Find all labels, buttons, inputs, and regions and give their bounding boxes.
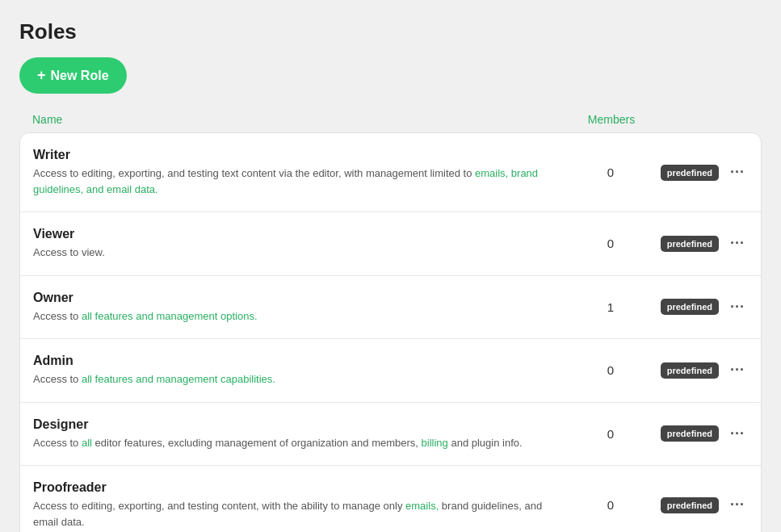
table-row: ViewerAccess to view.0predefined··· (20, 212, 761, 276)
members-count: 1 (570, 300, 651, 314)
more-options-button[interactable]: ··· (727, 297, 748, 317)
new-role-button[interactable]: + New Role (19, 57, 127, 94)
roles-table: WriterAccess to editing, exporting, and … (19, 132, 762, 532)
more-options-button[interactable]: ··· (727, 424, 748, 444)
role-name: Admin (33, 354, 557, 368)
predefined-badge: predefined (661, 425, 719, 442)
more-options-button[interactable]: ··· (727, 495, 748, 515)
members-count: 0 (570, 237, 651, 250)
more-options-button[interactable]: ··· (727, 233, 748, 253)
role-actions: predefined··· (651, 495, 748, 515)
role-name: Viewer (33, 227, 557, 241)
plus-icon: + (37, 67, 46, 84)
role-description: Access to all editor features, excluding… (33, 435, 557, 451)
role-actions: predefined··· (651, 360, 748, 380)
members-count: 0 (570, 363, 651, 377)
role-name: Owner (33, 291, 557, 305)
table-header: Name Members (19, 113, 762, 132)
role-info: ViewerAccess to view. (33, 227, 570, 261)
role-name: Proofreader (33, 480, 557, 495)
role-description: Access to all features and management ca… (33, 371, 557, 387)
table-row: AdminAccess to all features and manageme… (20, 339, 761, 403)
role-actions: predefined··· (651, 297, 748, 317)
more-options-button[interactable]: ··· (727, 360, 748, 380)
members-count: 0 (570, 165, 651, 179)
predefined-badge: predefined (661, 497, 719, 513)
role-info: DesignerAccess to all editor features, e… (33, 417, 570, 451)
predefined-badge: predefined (661, 165, 719, 181)
predefined-badge: predefined (661, 362, 719, 379)
role-actions: predefined··· (651, 233, 748, 253)
members-count: 0 (570, 427, 651, 441)
col-members-header: Members (571, 113, 652, 126)
role-info: OwnerAccess to all features and manageme… (33, 291, 570, 325)
table-row: OwnerAccess to all features and manageme… (20, 276, 761, 340)
role-description: Access to view. (33, 245, 557, 261)
role-description: Access to editing, exporting, and testin… (33, 165, 557, 197)
role-name: Writer (33, 148, 557, 162)
role-actions: predefined··· (651, 424, 748, 444)
role-info: AdminAccess to all features and manageme… (33, 354, 570, 387)
role-info: WriterAccess to editing, exporting, and … (33, 148, 570, 197)
more-options-button[interactable]: ··· (727, 162, 748, 182)
table-row: DesignerAccess to all editor features, e… (20, 403, 761, 467)
predefined-badge: predefined (661, 299, 719, 315)
page-title: Roles (19, 19, 762, 44)
table-row: WriterAccess to editing, exporting, and … (20, 133, 761, 212)
predefined-badge: predefined (661, 236, 719, 252)
members-count: 0 (570, 498, 651, 512)
role-info: ProofreaderAccess to editing, exporting,… (33, 480, 570, 530)
role-description: Access to editing, exporting, and testin… (33, 498, 557, 530)
role-actions: predefined··· (651, 162, 748, 182)
col-name-header: Name (32, 113, 571, 126)
new-role-label: New Role (51, 69, 109, 83)
role-name: Designer (33, 417, 557, 432)
table-row: ProofreaderAccess to editing, exporting,… (20, 466, 761, 532)
role-description: Access to all features and management op… (33, 308, 557, 325)
